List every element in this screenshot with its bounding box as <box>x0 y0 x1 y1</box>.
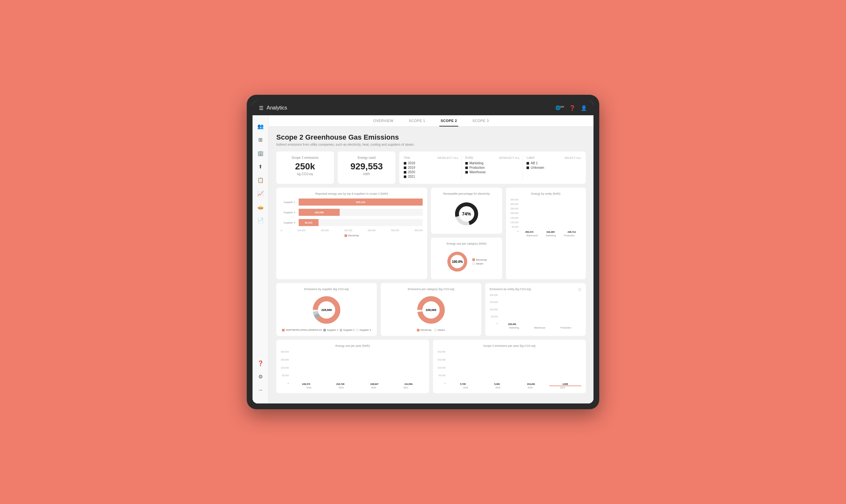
bar-label-supplier1: Supplier 1 - <box>281 201 297 204</box>
sidebar-item-settings[interactable]: ⚙ <box>255 371 266 382</box>
s2y-bar-2021: 4,966 <box>549 383 581 386</box>
tab-navigation: OVERVIEW SCOPE 1 SCOPE 2 SCOPE 3 <box>269 115 593 127</box>
device-frame: ☰ Analytics 🌐EN ❓ 👤 👥 ⊞ 🏢 ⬆ 📋 📈 🥧 📄 <box>247 95 599 409</box>
ey-bar-2018: 249,373 <box>290 383 322 386</box>
sidebar-item-graph[interactable]: 📈 <box>255 187 266 199</box>
tab-scope3[interactable]: SCOPE 3 <box>471 115 490 126</box>
xlabel-s2y-2019: 2019 <box>496 386 501 389</box>
sidebar-item-help[interactable]: ❓ <box>255 357 266 369</box>
entity-production[interactable]: Production <box>465 166 520 169</box>
emissions-supplier-value: 228,569 <box>322 308 332 311</box>
supplier-bar-chart: Supplier 1 - 605,102 Supplier 2 - <box>281 199 423 232</box>
energy-year-xlabels: 2018 2019 2020 2021 <box>290 386 425 389</box>
year-2021[interactable]: 2021 <box>404 175 459 178</box>
bar-value-supplier3: 96,331 <box>305 221 312 224</box>
sidebar-item-logout[interactable]: → <box>255 384 266 396</box>
legend-steam-em: Steam <box>434 328 445 331</box>
entity-bar-production: 236,714 <box>562 231 581 234</box>
label-filter: Label SELECT ALL AB 1 Unknown <box>522 156 581 179</box>
scope2-year-bars-container: 5,709 5,383 234,281 <box>447 350 581 389</box>
sidebar-bottom: ❓ ⚙ → <box>255 357 266 398</box>
app-title: Analytics <box>266 105 287 111</box>
year-deselect-all[interactable]: DESELECT ALL <box>437 156 458 160</box>
sidebar-item-analytics[interactable]: 🥧 <box>255 201 266 213</box>
tab-scope1[interactable]: SCOPE 1 <box>408 115 427 126</box>
scope2-value: 250k <box>281 161 329 172</box>
s2y-value-2021: 4,966 <box>563 383 568 385</box>
bar-value-supplier2: 198,058 <box>314 211 324 214</box>
energy-entity-xlabels: Warehouse Marketing Production <box>520 234 581 237</box>
energy-year-title: Energy use per year (kWh) <box>281 344 425 347</box>
language-icon[interactable]: 🌐EN <box>555 105 564 110</box>
label-filter-title: Label <box>526 156 534 160</box>
content-area: OVERVIEW SCOPE 1 SCOPE 2 SCOPE 3 Scope 2… <box>269 115 593 403</box>
label-ab1[interactable]: AB 1 <box>526 161 581 165</box>
entity-marketing[interactable]: Marketing <box>465 161 520 165</box>
bar-label-supplier2: Supplier 2 - <box>281 211 297 214</box>
bar-row-supplier2: Supplier 2 - 198,058 <box>281 209 423 216</box>
page-subtitle: Indirect emissions from utility companie… <box>276 143 586 146</box>
label-filter-header: Label SELECT ALL <box>526 156 581 160</box>
year-2020[interactable]: 2020 <box>404 170 459 174</box>
user-icon[interactable]: 👤 <box>581 105 587 111</box>
s2y-value-2019: 5,383 <box>494 383 500 385</box>
emissions-category-title: Emissions per category (kg CO2-eq) <box>385 288 477 291</box>
label-unknown[interactable]: Unknown <box>526 166 581 169</box>
xlabel-s2y-2021: 2021 <box>560 386 565 389</box>
bar-axis: 0100,000200,000300,000400,000500,000600,… <box>281 229 423 232</box>
label-select-all[interactable]: SELECT ALL <box>564 156 581 160</box>
sidebar-item-building[interactable]: 🏢 <box>255 147 266 159</box>
xlabel-em-production: Production <box>560 327 571 329</box>
energy-year-chart: 200,000 150,000 100,000 50,000 0 <box>281 350 425 389</box>
scope2-year-card: Scope 2 emissions per year (kg CO2-eq) 2… <box>433 340 586 393</box>
energy-category-donut: 100.0% <box>446 250 468 273</box>
year-2018[interactable]: 2018 <box>404 161 459 165</box>
energy-entity-yaxis: 350,000 300,000 250,000 200,000 150,000 … <box>511 199 518 234</box>
sidebar-item-reports[interactable]: 📋 <box>255 174 266 186</box>
legend-sarpsborg: SARPSBORG AVFALLSENERGI AS <box>282 328 322 331</box>
xlabel-ey-2019: 2019 <box>339 386 344 389</box>
emissions-category-card: Emissions per category (kg CO2-eq) 228,5… <box>381 283 481 336</box>
entity-value-production: 236,714 <box>568 231 575 233</box>
energy-category-chart-card: Energy use per category (kWh) 100.0% <box>431 238 502 279</box>
energy-value: 929,553 <box>342 161 391 172</box>
sidebar-item-dashboard[interactable]: ⊞ <box>255 134 266 145</box>
entity-filter-title: Entity <box>465 156 473 160</box>
emissions-entity-yaxis: 200,000 150,000 100,000 50,000 0 <box>490 294 498 326</box>
xlabel-s2y-2018: 2018 <box>463 386 468 389</box>
tab-scope2[interactable]: SCOPE 2 <box>439 115 458 126</box>
scope2-year-title: Scope 2 emissions per year (kg CO2-eq) <box>437 344 581 347</box>
energy-category-title: Energy use per category (kWh) <box>435 242 498 245</box>
emissions-entity-bars: 235,453 <box>499 294 581 326</box>
tab-overview[interactable]: OVERVIEW <box>372 115 395 126</box>
sidebar-item-users[interactable]: 👥 <box>255 121 266 132</box>
emissions-category-legend: Electricity Steam <box>417 328 445 331</box>
scope2-year-xlabels: 2018 2019 2020 2021 <box>447 386 581 389</box>
bar-fill-supplier3: 96,331 <box>299 219 318 226</box>
xlabel-warehouse: Warehouse <box>526 234 538 237</box>
emissions-entity-card: Emissions by entity (kg CO2-eq) ⓘ 200,00… <box>485 283 586 336</box>
legend-supplier2: Supplier 2 <box>340 328 355 331</box>
help-topbar-icon[interactable]: ❓ <box>569 105 575 111</box>
donut-wrapper: 74% <box>435 199 498 229</box>
sidebar-item-document[interactable]: 📄 <box>255 215 266 226</box>
sidebar-item-upload[interactable]: ⬆ <box>255 161 266 172</box>
year-filter: Year DESELECT ALL 2018 2019 2020 2021 <box>404 156 459 179</box>
entity-bar-marketing: 342,465 <box>541 231 560 234</box>
scope2-year-yaxis: 200,000 150,000 100,000 50,000 0 <box>437 350 445 386</box>
scope2-year-bars: 5,709 5,383 234,281 <box>447 350 581 386</box>
energy-category-content: 100.0% Electricity <box>435 249 498 275</box>
menu-icon[interactable]: ☰ <box>259 105 263 111</box>
emissions-entity-title: Emissions by entity (kg CO2-eq) <box>490 288 531 291</box>
year-2019[interactable]: 2019 <box>404 166 459 169</box>
emissions-entity-info[interactable]: ⓘ <box>578 288 581 294</box>
entity-deselect-all[interactable]: DESELECT ALL <box>499 156 520 160</box>
xlabel-ey-2020: 2020 <box>371 386 376 389</box>
xlabel-marketing: Marketing <box>546 234 556 237</box>
emissions-supplier-title: Emissions by supplier (kg CO2-eq) <box>281 288 373 291</box>
energy-entity-title: Energy by entity (kWh) <box>511 192 582 195</box>
emissions-category-value: 228,569 <box>426 308 436 311</box>
scope2-stat-card: Scope 2 emissions 250k kg CO2-eq <box>276 151 334 184</box>
entity-warehouse[interactable]: Warehouse <box>465 170 520 174</box>
bar-fill-supplier1: 605,102 <box>299 199 423 205</box>
